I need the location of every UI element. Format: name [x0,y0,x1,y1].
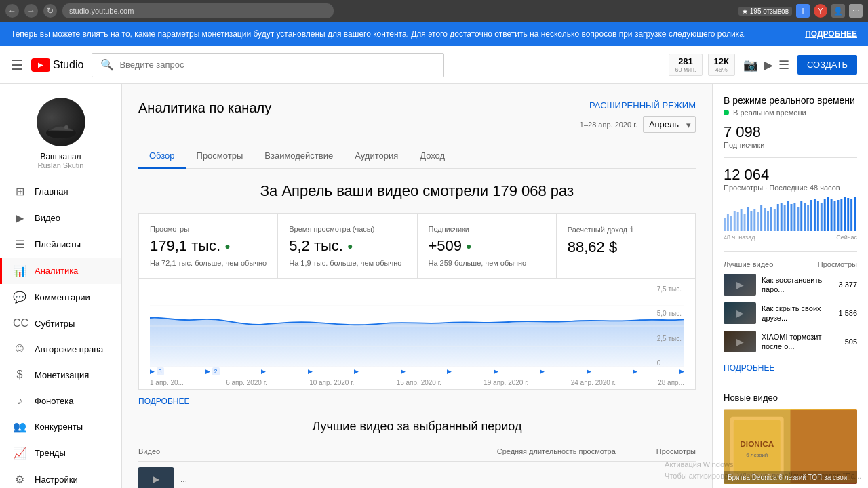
marker-icon[interactable]: ▶ 3 [150,368,164,375]
video-item[interactable]: ▶ Как скрыть своих друзе... 1 586 [724,302,857,324]
video-thumb-0: ▶ [724,274,756,296]
chart-timeline: 1 апр. 20... 6 апр. 2020 г. 10 апр. 2020… [150,376,684,389]
svg-rect-41 [840,199,842,231]
sidebar-item-trends[interactable]: 📈Тренды [0,440,121,466]
sidebar-item-competitors[interactable]: 👥Конкуренты [0,413,121,440]
tab-доход[interactable]: Доход [409,144,456,169]
marker-icon[interactable]: ▶ [447,368,452,375]
svg-rect-43 [847,198,849,231]
sidebar-icon-copyright: © [13,343,26,355]
stat-value-0: 179,1 тыс. ● [150,237,267,255]
hamburger-menu[interactable]: ☰ [11,57,23,73]
stat-card-1: Время просмотра (часы) 5,2 тыс. ● На 1,9… [278,214,417,278]
marker-icon[interactable]: ▶ [587,368,591,375]
search-bar[interactable]: 🔍 [92,53,444,77]
stat-percent-label: 46% [714,66,729,73]
ext-icon-3[interactable]: 👤 [831,4,845,18]
sidebar-label-monetization: Монетизация [35,370,89,380]
channel-name: Ваш канал [40,152,81,161]
new-video-thumbnail[interactable]: DIONICA 6 лезвий Бритва Deonica 6 лезвий… [724,409,857,484]
svg-point-1 [64,125,68,129]
marker-icon[interactable]: ▶ [308,368,313,375]
info-icon[interactable]: ℹ [630,225,633,235]
list-icon[interactable]: ☰ [778,58,789,73]
sidebar-item-settings[interactable]: ⚙Настройки [0,466,121,488]
avatar-image [37,98,85,146]
stat-label-3: Расчетный доход ℹ [568,225,684,235]
table-row-label: ... [180,474,187,484]
stat-label-1: Время просмотра (часы) [289,225,406,233]
more-link[interactable]: ПОДРОБНЕЕ [138,396,189,406]
svg-rect-26 [791,204,793,231]
marker-icon[interactable]: ▶ [401,368,406,375]
marker-icon[interactable]: ▶ [633,368,637,375]
sidebar-icon-subtitles: CC [13,317,26,329]
notif-link[interactable]: ПОДРОБНЕЕ [805,29,857,39]
back-button[interactable]: ← [5,4,19,18]
sparkline-svg [724,197,857,231]
video-item[interactable]: ▶ Как восстановить паро... 3 377 [724,274,857,296]
sidebar-item-analytics[interactable]: 📊Аналитика [0,258,121,284]
svg-rect-19 [767,211,769,231]
sidebar-item-copyright[interactable]: ©Авторские права [0,336,121,362]
panel-more-link[interactable]: ПОДРОБНЕЕ [724,363,774,373]
live-dot [724,110,729,115]
realtime-section: В режиме реального времени В реальном вр… [724,95,857,241]
new-videos-section: Новые видео DIONICA 6 лезвий Бритва Deon… [724,384,857,484]
sidebar-icon-competitors: 👥 [13,420,26,433]
tab-обзор[interactable]: Обзор [138,144,186,169]
tab-просмотры[interactable]: Просмотры [186,144,254,169]
marker-icon[interactable]: ▶ [494,368,498,375]
marker-icon[interactable]: ▶ [261,368,266,375]
logo[interactable]: Studio [31,58,83,72]
svg-rect-42 [844,197,846,231]
search-icon: 🔍 [100,58,114,71]
forward-button[interactable]: → [24,4,38,18]
search-input[interactable] [119,60,435,70]
tab-аудитория[interactable]: Аудитория [344,144,409,169]
play-icon[interactable]: ▶ [764,58,773,73]
svg-rect-15 [753,209,755,231]
sidebar-item-video[interactable]: ▶Видео [0,205,121,231]
tab-взаимодействие[interactable]: Взаимодействие [254,144,344,169]
sidebar-item-audio[interactable]: ♪Фонотека [0,388,121,413]
realtime-status: В реальном времени [724,108,857,117]
video-item[interactable]: ▶ XIAOMI тормозит после о... 505 [724,331,857,352]
stat-value-1: 5,2 тыс. ● [289,237,406,255]
chevron-down-icon: ▾ [686,119,691,129]
svg-rect-18 [764,208,766,231]
new-videos-title: Новые видео [724,392,857,403]
svg-rect-23 [781,203,783,231]
chart-y-labels: 7,5 тыс. 5,0 тыс. 2,5 тыс. 0 [654,285,684,367]
realtime-title: В режиме реального времени [724,95,857,106]
arrow-icon: ● [466,241,471,251]
svg-rect-11 [741,209,743,231]
refresh-button[interactable]: ↻ [43,4,57,18]
sidebar-item-home[interactable]: ⊞Главная [0,178,121,205]
period-selector[interactable]: Апрель ▾ [643,116,696,133]
ext-icon-4[interactable]: ⋯ [849,4,863,18]
video-icon[interactable]: 📷 [743,58,758,73]
views-stat: 12 064 Просмотры · Последние 48 часов [724,166,857,192]
ext-icon-2[interactable]: Y [814,4,827,18]
marker-icon[interactable]: ▶ [540,368,545,375]
marker-icon[interactable]: ▶ [679,368,684,375]
sidebar-item-monetization[interactable]: $Монетизация [0,362,121,388]
sidebar-label-video: Видео [35,213,60,223]
sidebar: Ваш канал Ruslan Skutin ⊞Главная▶Видео☰П… [0,84,122,488]
stat-card-3: Расчетный доход ℹ 88,62 $ [557,214,695,278]
sidebar-item-playlists[interactable]: ☰Плейлисты [0,231,121,258]
marker-icon[interactable]: ▶ 2 [205,368,220,375]
ext-icon-1[interactable]: I [796,4,810,18]
marker-icon[interactable]: ▶ [354,368,359,375]
col-duration: Средняя длительность просмотра [497,447,616,455]
svg-rect-37 [827,197,829,231]
svg-rect-17 [760,205,762,231]
sidebar-item-subtitles[interactable]: CCСубтитры [0,310,121,336]
url-bar[interactable]: studio.youtube.com [62,3,334,18]
create-button[interactable]: СОЗДАТЬ [797,55,857,75]
advanced-mode-link[interactable]: РАСШИРЕННЫЙ РЕЖИМ [589,100,696,110]
sidebar-item-comments[interactable]: 💬Комментарии [0,284,121,310]
date-range: 1–28 апр. 2020 г. [580,121,637,129]
video-views-0: 3 377 [838,281,857,289]
